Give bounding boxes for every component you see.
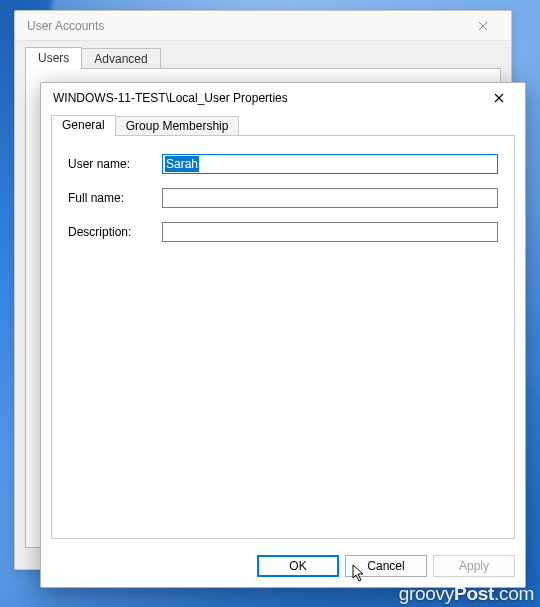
properties-titlebar[interactable]: WINDOWS-11-TEST\Local_User Properties bbox=[41, 83, 525, 113]
username-label: User name: bbox=[68, 157, 162, 171]
dialog-buttons: OK Cancel Apply bbox=[41, 547, 525, 587]
properties-title: WINDOWS-11-TEST\Local_User Properties bbox=[53, 91, 288, 105]
fullname-input[interactable] bbox=[162, 188, 498, 208]
apply-button[interactable]: Apply bbox=[433, 555, 515, 577]
close-icon[interactable] bbox=[463, 12, 503, 40]
watermark: groovyPost.com bbox=[399, 583, 534, 605]
fullname-label: Full name: bbox=[68, 191, 162, 205]
username-input[interactable] bbox=[162, 154, 498, 174]
description-label: Description: bbox=[68, 225, 162, 239]
cancel-button[interactable]: Cancel bbox=[345, 555, 427, 577]
tab-users[interactable]: Users bbox=[25, 47, 82, 69]
tab-group-membership[interactable]: Group Membership bbox=[115, 116, 240, 135]
description-input[interactable] bbox=[162, 222, 498, 242]
properties-dialog: WINDOWS-11-TEST\Local_User Properties Ge… bbox=[40, 82, 526, 588]
ok-button[interactable]: OK bbox=[257, 555, 339, 577]
user-accounts-tabs: Users Advanced bbox=[25, 47, 501, 69]
user-accounts-titlebar[interactable]: User Accounts bbox=[15, 11, 511, 41]
tab-general[interactable]: General bbox=[51, 115, 116, 136]
properties-tabs: General Group Membership bbox=[51, 115, 515, 136]
tab-advanced[interactable]: Advanced bbox=[81, 48, 160, 68]
general-panel: User name: Sarah Full name: Description: bbox=[51, 135, 515, 539]
close-icon[interactable] bbox=[477, 84, 521, 112]
user-accounts-title: User Accounts bbox=[27, 19, 104, 33]
